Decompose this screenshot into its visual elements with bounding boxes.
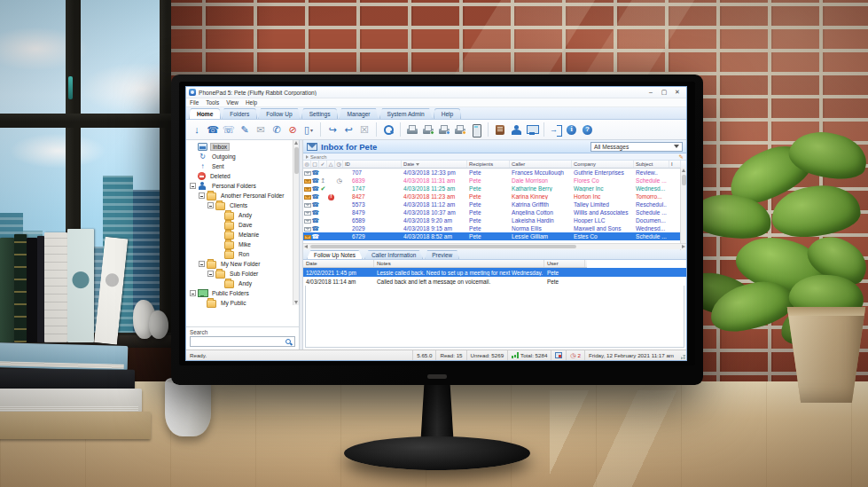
print-list-icon[interactable] <box>453 121 467 138</box>
mobile-message-icon[interactable]: ▯▾ <box>301 121 316 138</box>
menu-file[interactable]: File <box>190 99 199 106</box>
expand-icon[interactable] <box>306 155 309 159</box>
address-book-icon[interactable] <box>493 121 507 138</box>
sidebar-item-another-personal-folder-5[interactable]: Another Personal Folder <box>188 191 292 200</box>
message-row-5573[interactable]: ☎55734/03/2018 11:12 amPeteKatrina Griff… <box>303 200 686 208</box>
message-row-6839[interactable]: ☎↥◷68394/03/2018 11:31 amPeteDale Morris… <box>303 177 686 185</box>
sidebar-item-mike-10[interactable]: Mike <box>188 240 292 249</box>
new-message-icon[interactable]: ✎ <box>238 121 252 138</box>
sidebar-item-inbox-0[interactable]: Inbox <box>188 142 292 152</box>
sidebar-item-sub-folder-13[interactable]: Sub Folder <box>188 269 292 279</box>
sidebar-item-deleted-3[interactable]: Deleted <box>188 171 292 181</box>
sidebar-item-clients-6[interactable]: Clients <box>188 200 292 210</box>
collapse-icon[interactable] <box>207 271 214 277</box>
sidebar-item-andy-7[interactable]: Andy <box>188 210 292 220</box>
calculator-icon[interactable] <box>469 121 483 138</box>
print-ok-icon[interactable] <box>421 121 435 138</box>
message-filter-dropdown[interactable]: All Messages <box>590 142 683 152</box>
notes-column-notes[interactable]: Notes <box>374 260 544 267</box>
minimize-button[interactable]: – <box>645 88 657 97</box>
help-icon[interactable] <box>581 121 595 138</box>
tab-preview[interactable]: Preview <box>425 250 459 259</box>
receive-messages-icon[interactable]: ↓ <box>190 121 204 138</box>
title-bar[interactable]: PhonePad 5: Pete (Fluffy Rabbit Corporat… <box>186 87 686 98</box>
logout-icon[interactable] <box>549 121 563 138</box>
sidebar-item-dave-8[interactable]: Dave <box>188 220 292 230</box>
close-button[interactable]: ✕ <box>671 88 684 97</box>
tab-help[interactable]: Help <box>434 108 462 119</box>
message-row-1747[interactable]: ☎✔17474/03/2018 11:25 amPeteKatharine Be… <box>303 185 686 192</box>
collapse-icon[interactable] <box>199 261 205 267</box>
phone-message-icon[interactable]: ☏ <box>222 121 236 138</box>
column-header-id[interactable]: ID <box>343 161 402 168</box>
scroll-up-icon[interactable] <box>294 141 298 145</box>
message-hscrollbar[interactable] <box>303 243 686 249</box>
sidebar-item-public-folders-15[interactable]: Public Folders <box>188 288 292 298</box>
tab-follow-up-notes[interactable]: Follow Up Notes <box>307 250 363 259</box>
search-bar[interactable]: Search ✎ <box>303 153 686 161</box>
maximize-button[interactable]: ▢ <box>658 88 670 97</box>
menu-help[interactable]: Help <box>246 99 257 106</box>
column-header-subject[interactable]: Subject <box>634 161 669 168</box>
sidebar-item-sent-2[interactable]: ↑Sent <box>188 161 292 171</box>
search-icon[interactable] <box>381 121 395 138</box>
email-message-icon[interactable]: ✉ <box>254 121 268 138</box>
resize-grip[interactable] <box>677 350 686 360</box>
tab-system-admin[interactable]: System Admin <box>379 108 433 119</box>
message-row-8479[interactable]: ☎84794/03/2018 10:37 amPeteAngelina Cott… <box>303 208 686 216</box>
scroll-down-icon[interactable] <box>294 301 298 304</box>
scrollbar-thumb[interactable] <box>310 245 576 248</box>
read-flag-column[interactable]: ◎ <box>303 161 311 168</box>
remote-support-icon[interactable] <box>525 121 539 138</box>
tab-manager[interactable]: Manager <box>339 108 378 119</box>
sidebar-item-outgoing-1[interactable]: ↻Outgoing <box>188 152 292 161</box>
tab-home[interactable]: Home <box>189 108 221 119</box>
scrollbar-thumb[interactable] <box>682 175 686 185</box>
edit-filter-icon[interactable]: ✎ <box>679 153 684 161</box>
column-header-company[interactable]: Company <box>572 161 634 168</box>
search-input[interactable] <box>190 336 295 347</box>
scroll-up-icon[interactable] <box>682 169 685 172</box>
message-row-8427[interactable]: ☎84274/03/2018 11:23 amPeteKarina Kinney… <box>303 192 686 200</box>
menu-view[interactable]: View <box>226 99 239 106</box>
tree-scrollbar[interactable] <box>293 140 299 305</box>
collapse-icon[interactable] <box>207 202 214 208</box>
note-row-1[interactable]: 4/03/2018 11:14 amCalled back and left a… <box>303 277 686 286</box>
notes-column-date[interactable]: Date <box>303 260 374 267</box>
collapse-icon[interactable] <box>190 290 196 296</box>
column-header-date[interactable]: Date <box>402 161 467 168</box>
user-settings-icon[interactable] <box>509 121 523 138</box>
column-header-recipients[interactable]: Recipients <box>467 161 510 168</box>
note-column[interactable]: ▢ <box>311 161 319 168</box>
collapse-icon[interactable] <box>190 183 196 189</box>
forward-message-icon[interactable]: ↪ <box>325 121 340 138</box>
sidebar-item-my-public-16[interactable]: My Public <box>188 298 292 308</box>
delete-message-icon[interactable]: ⊘ <box>285 121 300 138</box>
menu-tools[interactable]: Tools <box>206 99 219 106</box>
print-queue-icon[interactable] <box>437 121 451 138</box>
reply-message-icon[interactable]: ↩ <box>341 121 356 138</box>
tab-folders[interactable]: Folders <box>222 108 257 119</box>
print-icon[interactable] <box>405 121 419 138</box>
column-header-i[interactable]: I <box>669 161 681 168</box>
tab-follow-up[interactable]: Follow Up <box>258 108 300 119</box>
scroll-right-icon[interactable] <box>682 245 685 248</box>
scrollbar-thumb[interactable] <box>294 147 299 174</box>
sidebar-item-ron-11[interactable]: Ron <box>188 249 292 259</box>
about-icon[interactable] <box>565 121 579 138</box>
tab-caller-information[interactable]: Caller Information <box>364 250 423 259</box>
sidebar-item-personal-folders-4[interactable]: Personal Folders <box>188 181 292 191</box>
collapse-icon[interactable] <box>199 192 205 199</box>
message-row-707[interactable]: ☎7074/03/2018 12:33 pmPeteFrances Mccull… <box>303 169 686 177</box>
column-header-caller[interactable]: Caller <box>510 161 572 168</box>
callback-icon[interactable]: ✆ <box>270 121 284 138</box>
scroll-left-icon[interactable] <box>304 245 308 248</box>
note-row-0[interactable]: 12/02/2021 1:45 pmLessie called back. Ne… <box>303 268 686 277</box>
sidebar-item-melanie-9[interactable]: Melanie <box>188 230 292 240</box>
message-scrollbar[interactable] <box>680 168 686 250</box>
tab-settings[interactable]: Settings <box>301 108 339 119</box>
alarm-column[interactable]: ◷ <box>335 161 343 168</box>
sidebar-item-andy-14[interactable]: Andy <box>188 279 292 288</box>
message-row-6589[interactable]: ☎65894/03/2018 9:20 amPeteLakeisha Hardi… <box>303 216 686 224</box>
notes-column-user[interactable]: User <box>544 260 585 267</box>
